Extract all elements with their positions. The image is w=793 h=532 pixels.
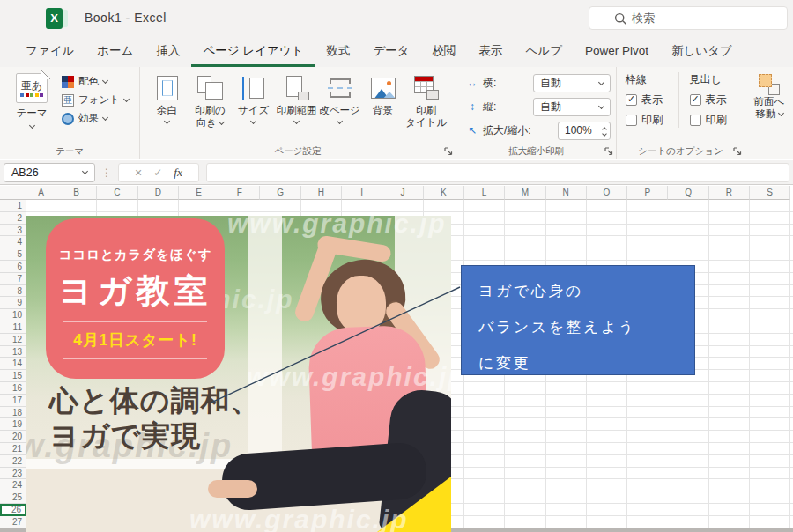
row-header[interactable]: 16 [0,382,26,395]
row-header[interactable]: 5 [0,248,26,261]
row-header[interactable]: 24 [0,479,26,491]
print-titles-button[interactable]: 印刷 タイトル [404,72,448,129]
tab-home[interactable]: ホーム [85,37,145,67]
row-header[interactable]: 6 [0,261,26,273]
column-header[interactable]: K [424,186,464,200]
column-header[interactable]: H [301,186,342,200]
column-header[interactable]: G [260,186,300,200]
gridlines-view-checkbox[interactable]: 表示 [626,92,678,107]
row-header[interactable]: 25 [0,491,26,504]
group-themes: 亜あ テーマ 配色 亜 フォント [0,67,140,159]
tab-insert[interactable]: 挿入 [145,37,191,67]
background-button[interactable]: 背景 [361,72,404,129]
row-header[interactable]: 23 [0,468,26,480]
select-all-corner[interactable] [0,186,26,200]
row-header[interactable]: 17 [0,395,26,407]
theme-fonts-button[interactable]: 亜 フォント [62,93,129,107]
themes-button[interactable]: 亜あ テーマ [11,73,53,128]
column-header[interactable]: Q [668,186,708,200]
column-header[interactable]: B [56,186,97,200]
tab-power-pivot[interactable]: Power Pivot [574,37,660,67]
row-header[interactable]: 13 [0,346,26,358]
chevron-down-icon [293,118,300,124]
cancel-icon[interactable]: × [135,166,142,180]
search-box[interactable]: 検索 [589,6,788,30]
row-header[interactable]: 7 [0,273,26,285]
chevron-down-icon [598,78,604,85]
tab-data[interactable]: データ [361,37,420,67]
headings-view-checkbox[interactable]: 表示 [690,92,742,107]
column-header[interactable]: J [382,186,423,200]
row-header[interactable]: 27 [0,516,26,528]
row-header[interactable]: 20 [0,431,26,443]
column-header[interactable]: E [179,186,219,200]
row-header[interactable]: 26 [0,504,26,516]
themes-label: テーマ [16,107,47,120]
row-header[interactable]: 1 [0,200,26,212]
print-area-button[interactable]: 印刷範囲 [275,72,318,129]
orientation-icon [197,76,224,100]
headings-print-checkbox[interactable]: 印刷 [690,113,742,128]
scale-height-dropdown[interactable]: 自動 [533,98,611,116]
scale-percent-spinner[interactable]: 100% [558,122,611,140]
excel-app-icon[interactable]: X [46,8,68,29]
theme-colors-icon [62,76,74,88]
dialog-launcher-icon[interactable] [733,147,742,156]
margins-button[interactable]: 余白 [145,72,189,129]
enter-icon[interactable]: ✓ [153,166,162,179]
theme-colors-button[interactable]: 配色 [62,75,129,88]
row-header[interactable]: 2 [0,212,26,225]
row-header[interactable]: 15 [0,370,26,382]
column-header[interactable]: P [627,186,668,200]
tab-page-layout[interactable]: ページ レイアウト [191,37,315,67]
bring-forward-button[interactable]: 前面へ 移動 [745,67,793,120]
tab-view[interactable]: 表示 [468,37,515,67]
tab-help[interactable]: ヘルプ [515,37,574,67]
group-label-scale: 拡大縮小印刷 [456,145,616,158]
formula-input[interactable] [206,163,789,182]
row-header[interactable]: 4 [0,236,26,248]
row-header[interactable]: 14 [0,358,26,370]
row-header[interactable]: 10 [0,309,26,321]
column-header[interactable]: A [26,186,56,200]
tab-new-tab[interactable]: 新しいタブ [660,37,744,67]
column-header[interactable]: D [138,186,179,200]
name-box[interactable]: AB26 [4,163,95,182]
row-header[interactable]: 11 [0,321,26,334]
comment-callout-shape[interactable]: ヨガで心身の バランスを整えよう に変更 [461,265,695,375]
column-header[interactable]: R [709,186,750,200]
row-header[interactable]: 9 [0,297,26,309]
row-header[interactable]: 8 [0,285,26,298]
ribbon-tab-bar: ファイル ホーム 挿入 ページ レイアウト 数式 データ 校閲 表示 ヘルプ P… [0,37,793,67]
insert-function-icon[interactable]: fx [174,166,182,180]
row-header[interactable]: 3 [0,225,26,237]
orientation-button[interactable]: 印刷の 向き [189,72,232,129]
dialog-launcher-icon[interactable] [444,147,453,156]
gridlines-print-checkbox[interactable]: 印刷 [626,113,678,128]
breaks-button[interactable]: 改ページ [318,72,361,129]
column-header[interactable]: S [750,186,790,200]
row-header[interactable]: 12 [0,334,26,346]
theme-effects-button[interactable]: 効果 [62,112,129,125]
tab-formulas[interactable]: 数式 [315,37,361,67]
column-header[interactable]: F [219,186,260,200]
row-header[interactable]: 18 [0,407,26,419]
column-header[interactable]: N [546,186,587,200]
formula-bar: AB26 ⋮ × ✓ fx [0,160,793,185]
tab-file[interactable]: ファイル [14,37,85,67]
column-header[interactable]: I [342,186,382,200]
row-header[interactable]: 19 [0,418,26,431]
column-header[interactable]: C [97,186,137,200]
search-icon [614,12,627,26]
size-button[interactable]: サイズ [232,72,275,129]
dialog-launcher-icon[interactable] [604,147,613,156]
row-header[interactable]: 21 [0,443,26,455]
column-header[interactable]: L [464,186,505,200]
column-header[interactable]: O [587,186,627,200]
row-header[interactable]: 22 [0,455,26,468]
column-header[interactable]: M [505,186,545,200]
yoga-poster-image[interactable]: www.graphic.jp www.graphic.jp www.graphi… [26,216,451,532]
scale-width-dropdown[interactable]: 自動 [533,74,611,92]
checkbox-checked-icon [626,94,637,106]
tab-review[interactable]: 校閲 [421,37,468,67]
